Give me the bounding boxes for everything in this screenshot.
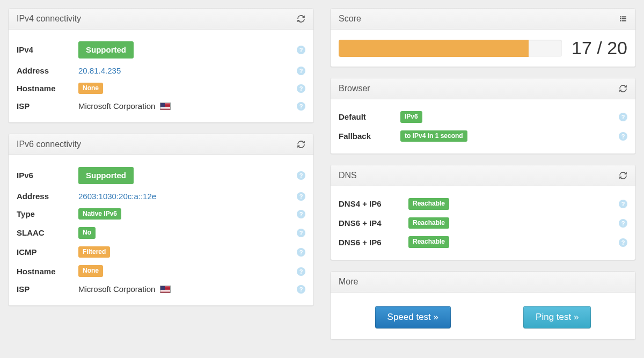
help-icon[interactable]: ? bbox=[619, 238, 627, 247]
row-label-ipv4-isp: ISP bbox=[17, 101, 78, 111]
help-icon[interactable]: ? bbox=[619, 113, 627, 121]
badge-ipv6-icmp: Filtered bbox=[78, 246, 110, 258]
refresh-icon[interactable] bbox=[297, 14, 305, 23]
panel-heading-score: Score bbox=[331, 9, 635, 30]
flag-us-icon bbox=[160, 103, 171, 110]
text-ipv6-isp: Microsoft Corporation bbox=[78, 284, 297, 294]
row-label-ipv6-type: Type bbox=[17, 209, 78, 218]
panel-heading-browser: Browser bbox=[331, 78, 635, 99]
score-progress-bar bbox=[339, 40, 562, 57]
row-label-browser-fallback: Fallback bbox=[339, 131, 400, 141]
text-ipv4-isp: Microsoft Corporation bbox=[78, 101, 297, 111]
badge-browser-default: IPv6 bbox=[400, 111, 422, 123]
score-progress-fill bbox=[339, 40, 529, 57]
row-label-dns6-ip4: DNS6 + IP4 bbox=[339, 218, 408, 228]
row-label-dns6-ip6: DNS6 + IP6 bbox=[339, 238, 408, 247]
help-icon[interactable]: ? bbox=[619, 132, 627, 141]
badge-ipv6-slaac: No bbox=[78, 227, 96, 239]
help-icon[interactable]: ? bbox=[297, 84, 305, 93]
list-icon[interactable] bbox=[619, 14, 627, 23]
panel-more: More Speed test » Ping test » bbox=[330, 271, 636, 340]
isp-name: Microsoft Corporation bbox=[78, 284, 155, 294]
help-icon[interactable]: ? bbox=[297, 102, 305, 111]
panel-dns: DNS DNS4 + IP6 Reachable ? DNS6 + IP4 Re… bbox=[330, 165, 636, 260]
panel-heading-ipv4: IPv4 connectivity bbox=[9, 9, 313, 30]
row-label-browser-default: Default bbox=[339, 112, 400, 121]
svg-rect-2 bbox=[620, 18, 621, 19]
svg-rect-1 bbox=[621, 16, 626, 17]
speed-test-button[interactable]: Speed test » bbox=[375, 306, 451, 328]
row-label-dns4-ip6: DNS4 + IP6 bbox=[339, 199, 408, 208]
panel-browser: Browser Default IPv6 ? Fallback to IPv4 … bbox=[330, 78, 636, 154]
help-icon[interactable]: ? bbox=[297, 210, 305, 218]
isp-name: Microsoft Corporation bbox=[78, 101, 155, 111]
row-label-ipv6-hostname: Hostname bbox=[17, 267, 78, 276]
panel-title-more: More bbox=[339, 277, 358, 287]
row-label-ipv6-icmp: ICMP bbox=[17, 247, 78, 257]
svg-rect-0 bbox=[620, 16, 621, 17]
link-ipv4-address[interactable]: 20.81.4.235 bbox=[78, 66, 121, 75]
panel-ipv6-connectivity: IPv6 connectivity IPv6 Supported ? Addre… bbox=[8, 134, 314, 306]
badge-dns4-ip6: Reachable bbox=[408, 198, 449, 210]
panel-title-ipv6: IPv6 connectivity bbox=[17, 140, 81, 149]
help-icon[interactable]: ? bbox=[297, 46, 305, 54]
panel-ipv4-connectivity: IPv4 connectivity IPv4 Supported ? Addre… bbox=[8, 8, 314, 123]
row-label-ipv4-hostname: Hostname bbox=[17, 84, 78, 93]
svg-rect-4 bbox=[620, 20, 621, 21]
help-icon[interactable]: ? bbox=[297, 67, 305, 75]
panel-title-browser: Browser bbox=[339, 84, 370, 93]
svg-rect-3 bbox=[621, 18, 626, 19]
badge-dns6-ip6: Reachable bbox=[408, 236, 449, 248]
refresh-icon[interactable] bbox=[297, 140, 305, 149]
panel-heading-ipv6: IPv6 connectivity bbox=[9, 134, 313, 155]
panel-title-ipv4: IPv4 connectivity bbox=[17, 14, 81, 24]
row-label-ipv4-address: Address bbox=[17, 66, 78, 75]
link-ipv6-address[interactable]: 2603:1030:20c:a::12e bbox=[78, 192, 156, 201]
help-icon[interactable]: ? bbox=[297, 248, 305, 257]
panel-title-dns: DNS bbox=[339, 171, 357, 180]
row-label-ipv6-address: Address bbox=[17, 192, 78, 201]
panel-heading-more: More bbox=[331, 272, 635, 293]
panel-score: Score 17 / 20 bbox=[330, 8, 636, 67]
badge-ipv6-native: Native IPv6 bbox=[78, 208, 121, 220]
badge-ipv6-hostname-none: None bbox=[78, 265, 103, 277]
help-icon[interactable]: ? bbox=[297, 285, 305, 294]
row-label-ipv6-slaac: SLAAC bbox=[17, 228, 78, 237]
help-icon[interactable]: ? bbox=[297, 171, 305, 180]
row-label-ipv4-protocol: IPv4 bbox=[17, 45, 78, 54]
flag-us-icon bbox=[160, 286, 171, 293]
panel-title-score: Score bbox=[339, 14, 361, 24]
refresh-icon[interactable] bbox=[619, 84, 627, 93]
help-icon[interactable]: ? bbox=[619, 219, 627, 228]
help-icon[interactable]: ? bbox=[297, 229, 305, 237]
help-icon[interactable]: ? bbox=[297, 192, 305, 201]
badge-ipv6-supported: Supported bbox=[78, 167, 134, 184]
ping-test-button[interactable]: Ping test » bbox=[523, 306, 591, 328]
row-label-ipv6-isp: ISP bbox=[17, 284, 78, 294]
badge-ipv4-supported: Supported bbox=[78, 41, 134, 59]
row-label-ipv6-protocol: IPv6 bbox=[17, 171, 78, 180]
score-text: 17 / 20 bbox=[572, 38, 627, 59]
refresh-icon[interactable] bbox=[619, 171, 627, 180]
help-icon[interactable]: ? bbox=[619, 200, 627, 208]
badge-dns6-ip4: Reachable bbox=[408, 217, 449, 229]
svg-rect-5 bbox=[621, 20, 626, 21]
badge-ipv4-hostname-none: None bbox=[78, 83, 103, 94]
panel-heading-dns: DNS bbox=[331, 165, 635, 186]
help-icon[interactable]: ? bbox=[297, 267, 305, 276]
badge-browser-fallback: to IPv4 in 1 second bbox=[400, 130, 467, 142]
